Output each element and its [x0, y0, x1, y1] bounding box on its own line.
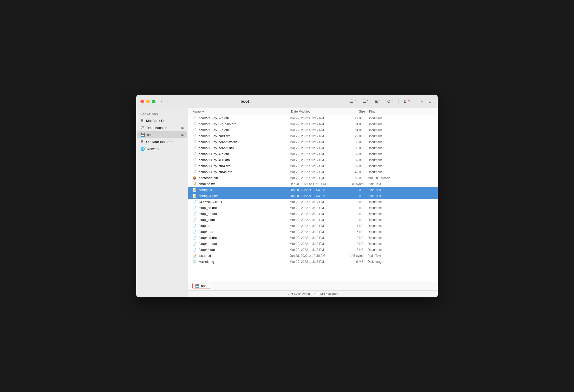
- table-row[interactable]: 📝 cmdline.txt Dec 31, 1979 at 11:00 PM 1…: [188, 181, 438, 187]
- more-button[interactable]: »: [418, 98, 425, 105]
- file-name: fixup4cd.dat: [199, 236, 290, 240]
- file-type-icon: 📄: [192, 134, 197, 138]
- file-date: Mar 29, 2022 at 3:17 PM: [290, 158, 347, 162]
- file-type-icon: 📝: [192, 254, 197, 258]
- file-date: Mar 29, 2022 at 3:18 PM: [290, 218, 347, 222]
- more-icon: »: [420, 99, 423, 104]
- file-name: bootcode.bin: [199, 176, 290, 180]
- table-row[interactable]: 📄 bcm2711-rpi-cm4.dtb Mar 29, 2022 at 3:…: [188, 163, 438, 169]
- table-row[interactable]: 📄 fixup_cd.dat Mar 29, 2022 at 3:18 PM 3…: [188, 205, 438, 211]
- table-row[interactable]: 📄 bcm2710-rpi-zero-2-w.dtb Mar 29, 2022 …: [188, 139, 438, 145]
- file-name: cmdline.txt: [199, 182, 290, 186]
- file-size: 10 KB: [347, 218, 368, 222]
- file-date: Mar 29, 2022 at 3:17 PM: [290, 116, 347, 120]
- file-kind: Document: [368, 236, 434, 240]
- table-row[interactable]: 📄 fixup4db.dat Mar 29, 2022 at 3:18 PM 8…: [188, 241, 438, 247]
- grid-view-button[interactable]: ⊞ ⌃: [373, 98, 383, 105]
- file-size: 6 MB: [347, 260, 368, 264]
- file-name: fixup4.dat: [199, 230, 290, 234]
- table-row[interactable]: 📦 bootcode.bin Mar 29, 2022 at 3:18 PM 5…: [188, 175, 438, 181]
- file-size: 49 KB: [347, 170, 368, 174]
- table-row[interactable]: 📄 fixup.dat Mar 29, 2022 at 3:18 PM 7 KB…: [188, 223, 438, 229]
- table-row[interactable]: 📄 bcm2711-rpi-4-b.dtb Mar 29, 2022 at 3:…: [188, 151, 438, 157]
- table-row[interactable]: 📄 bcm2711-rpi-cm4s.dtb Mar 29, 2022 at 3…: [188, 169, 438, 175]
- file-kind: Document: [368, 200, 434, 204]
- file-date: Jan 28, 2022 at 12:04 AM: [290, 188, 347, 192]
- table-row[interactable]: 📄 fixup_x.dat Mar 29, 2022 at 3:18 PM 10…: [188, 217, 438, 223]
- status-text: 2 of 47 selected, 211.8 MB available: [288, 292, 338, 296]
- file-date: Jan 28, 2022 at 12:04 AM: [290, 194, 347, 198]
- file-kind: Document: [368, 212, 434, 216]
- file-kind: Document: [368, 206, 434, 210]
- table-row[interactable]: 📄 bcm2710-rpi-3-b-plus.dtb Mar 29, 2022 …: [188, 121, 438, 127]
- sidebar-item-macbook-pro[interactable]: 🖥 MacBook Pro: [137, 117, 187, 124]
- table-row[interactable]: 📄 fixup4.dat Mar 29, 2022 at 3:18 PM 5 K…: [188, 229, 438, 235]
- locations-label: Locations: [136, 111, 188, 117]
- file-size: 8 KB: [347, 248, 368, 252]
- table-row[interactable]: 📄 COPYING.linux Mar 29, 2022 at 3:17 PM …: [188, 199, 438, 205]
- finder-window: ‹ › boot ☰ ⌃ ☰ ⌃ ⊞ ⌃ ⊙ ⌃ 🗂 9: [136, 95, 438, 297]
- file-type-icon: 📄: [192, 242, 197, 246]
- group-view-button[interactable]: ☰ ⌃: [360, 98, 371, 105]
- column-headers: Name ▼ Date Modified Size Kind: [188, 108, 438, 115]
- file-kind: Document: [368, 152, 434, 156]
- file-name: configOrg.txt: [199, 194, 290, 198]
- eject-icon[interactable]: ⏏: [181, 126, 184, 129]
- table-row[interactable]: 📝 config.txt Jan 28, 2022 at 12:04 AM 2 …: [188, 187, 438, 193]
- file-type-icon: 📄: [192, 230, 197, 234]
- file-size: 30 KB: [347, 146, 368, 150]
- table-row[interactable]: 📄 fixup4cd.dat Mar 29, 2022 at 3:18 PM 3…: [188, 235, 438, 241]
- network-icon: 🌐: [140, 147, 145, 151]
- size-column-header[interactable]: Size: [348, 110, 369, 113]
- table-row[interactable]: 📄 fixup_db.dat Mar 29, 2022 at 3:18 PM 1…: [188, 211, 438, 217]
- boot-label-text: boot: [201, 284, 207, 288]
- file-kind: Document: [368, 116, 434, 120]
- sidebar-item-label: boot: [147, 133, 179, 137]
- kind-column-header[interactable]: Kind: [369, 110, 434, 113]
- sidebar-item-label: Network: [147, 147, 184, 151]
- file-name: bcm2710-rpi-3-b-plus.dtb: [199, 122, 290, 126]
- table-row[interactable]: 📄 fixup4x.dat Mar 29, 2022 at 3:18 PM 8 …: [188, 247, 438, 253]
- boot-label-icon: 💾: [195, 284, 199, 288]
- table-row[interactable]: 📄 bcm2711-rpi-400.dtb Mar 29, 2022 at 3:…: [188, 157, 438, 163]
- table-row[interactable]: 📄 bcm2710-rpi-cm3.dtb Mar 29, 2022 at 3:…: [188, 133, 438, 139]
- table-row[interactable]: 📝 configOrg.txt Jan 28, 2022 at 12:04 AM…: [188, 193, 438, 199]
- sort-arrow: ▼: [202, 110, 204, 113]
- table-row[interactable]: 📄 bcm2710-rpi-3-b.dtb Mar 29, 2022 at 3:…: [188, 127, 438, 133]
- file-size: 52 KB: [347, 158, 368, 162]
- sidebar-item-time-machine[interactable]: ⏱ Time Machine ⏏: [137, 124, 187, 131]
- sidebar-item-old-macbook-pro[interactable]: 🖥 Old MacBook Pro: [137, 138, 187, 145]
- file-date: Mar 29, 2022 at 3:17 PM: [290, 152, 347, 156]
- table-row[interactable]: 📝 issue.txt Jan 28, 2022 at 12:30 AM 145…: [188, 253, 438, 259]
- folder-button[interactable]: 🗂 9: [402, 98, 412, 105]
- file-kind: Document: [368, 248, 434, 252]
- file-size: 2 KB: [347, 188, 368, 192]
- date-column-header[interactable]: Date Modified: [291, 110, 348, 113]
- eject-icon-boot[interactable]: ⏏: [181, 133, 184, 136]
- file-kind: Document: [368, 170, 434, 174]
- file-date: Mar 29, 2022 at 3:18 PM: [290, 206, 347, 210]
- boot-label-row: 💾 boot: [188, 281, 438, 290]
- action-button[interactable]: ⊙ ⌃: [385, 98, 395, 105]
- table-row[interactable]: 📄 bcm2710-rpi-zero-2.dtb Mar 29, 2022 at…: [188, 145, 438, 151]
- search-button[interactable]: ⌕: [427, 98, 434, 105]
- file-date: Mar 29, 2022 at 3:17 PM: [290, 164, 347, 168]
- sidebar-item-network[interactable]: 🌐 Network: [137, 145, 187, 152]
- file-kind: Document: [368, 164, 434, 168]
- folder-badge: 9: [408, 100, 410, 103]
- file-kind: Document: [368, 128, 434, 132]
- file-type-icon: 📄: [192, 146, 197, 150]
- list-view-button[interactable]: ☰ ⌃: [348, 98, 358, 105]
- name-column-header[interactable]: Name ▼: [192, 110, 291, 113]
- file-type-icon: 📄: [192, 116, 197, 120]
- table-row[interactable]: 💿 kernel.img Mar 29, 2022 at 3:17 PM 6 M…: [188, 259, 438, 265]
- sidebar: Locations 🖥 MacBook Pro ⏱ Time Machine ⏏…: [136, 108, 188, 297]
- file-size: 8 KB: [347, 242, 368, 246]
- file-size: 30 KB: [347, 140, 368, 144]
- file-type-icon: 📄: [192, 122, 197, 126]
- file-date: Mar 29, 2022 at 3:17 PM: [290, 134, 347, 138]
- toolbar-divider: [398, 99, 399, 104]
- sidebar-item-boot[interactable]: 💾 boot ⏏: [137, 131, 187, 138]
- table-row[interactable]: 📄 bcm2710-rpi-2-b.dtb Mar 29, 2022 at 3:…: [188, 115, 438, 121]
- file-type-icon: 💿: [192, 260, 197, 264]
